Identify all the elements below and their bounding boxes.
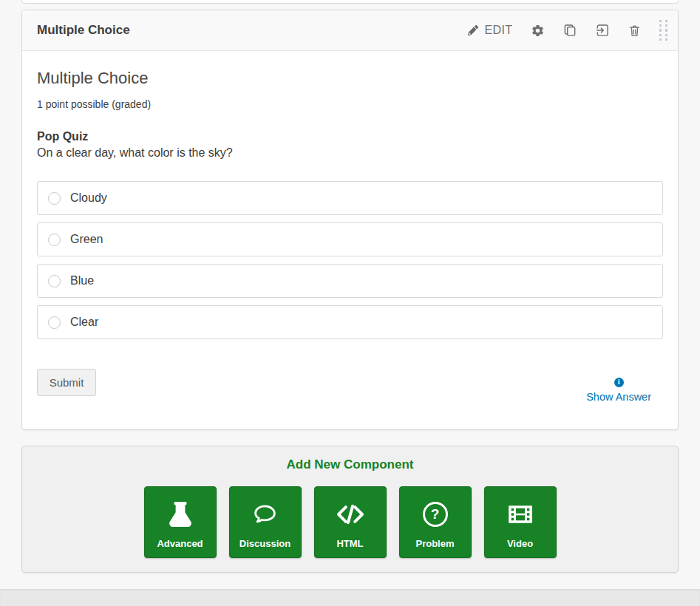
points-possible-text: 1 point possible (graded) [37,98,663,110]
radio-button[interactable] [48,192,61,205]
delete-button[interactable] [619,19,650,42]
choice-label: Cloudy [70,191,107,205]
submit-button[interactable]: Submit [37,369,96,396]
move-button[interactable] [586,18,619,42]
add-button-label: Video [507,538,533,549]
problem-actions-row: Submit Show Answer [37,369,663,421]
previous-component-edge [21,0,679,4]
multiple-choice-component: Multiple Choice EDIT [21,10,679,430]
pencil-icon [468,25,478,35]
gear-icon [531,24,545,38]
component-title: Multiple Choice [37,23,459,38]
add-problem-button[interactable]: Problem [399,486,472,558]
component-actions: EDIT [459,17,669,44]
choice-option-cloudy[interactable]: Cloudy [37,181,663,215]
code-icon [335,498,366,530]
duplicate-button[interactable] [554,18,586,42]
add-video-button[interactable]: Video [484,486,557,558]
add-discussion-button[interactable]: Discussion [229,486,302,558]
add-advanced-button[interactable]: Advanced [144,486,217,558]
drag-handle-icon[interactable] [658,17,670,44]
problem-body: Multiple Choice 1 point possible (graded… [22,51,678,421]
show-answer-link[interactable]: Show Answer [586,391,651,403]
trash-icon [628,24,642,38]
choice-group: Cloudy Green Blue Clear [37,181,663,339]
choice-option-clear[interactable]: Clear [37,305,663,339]
radio-button[interactable] [48,234,61,246]
flask-icon [169,498,191,530]
choice-option-green[interactable]: Green [37,222,663,256]
add-new-component-panel: Add New Component Advanced Discussion HT… [21,446,679,573]
question-circle-icon [423,498,448,530]
question-title: Pop Quiz [37,130,663,143]
film-icon [506,498,535,530]
settings-button[interactable] [522,19,554,42]
add-button-label: Advanced [157,538,203,549]
component-header: Multiple Choice EDIT [22,10,678,51]
show-answer-block: Show Answer [586,374,651,403]
choice-label: Blue [70,274,94,287]
move-icon [595,23,610,38]
edit-button[interactable]: EDIT [459,19,521,41]
add-button-label: Problem [415,538,454,549]
duplicate-icon [563,23,577,38]
page-footer-bar [0,589,700,606]
speech-bubble-icon [251,498,279,530]
add-button-label: Discussion [239,538,290,549]
add-component-title: Add New Component [22,457,678,472]
radio-button[interactable] [48,275,61,287]
choice-label: Green [70,233,103,246]
edit-button-label: EDIT [484,24,512,37]
question-text: On a clear day, what color is the sky? [37,146,663,160]
add-html-button[interactable]: HTML [314,486,387,558]
choice-label: Clear [70,316,98,329]
add-component-buttons: Advanced Discussion HTML Problem Video [22,486,678,558]
problem-heading: Multiple Choice [37,69,663,88]
radio-button[interactable] [48,316,61,329]
add-button-label: HTML [336,538,363,549]
choice-option-blue[interactable]: Blue [37,264,663,298]
info-icon [614,378,624,387]
